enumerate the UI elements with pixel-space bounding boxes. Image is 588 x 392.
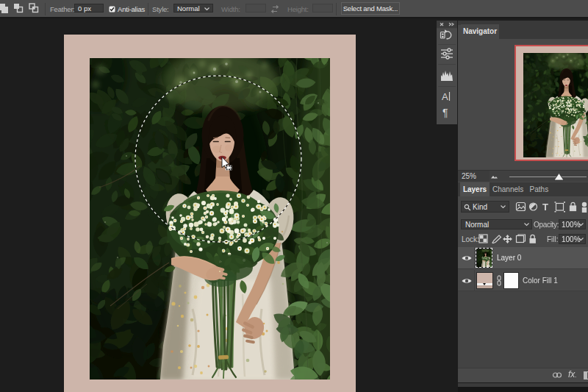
svg-text:T: T — [542, 202, 548, 213]
svg-text:¶: ¶ — [442, 107, 448, 118]
svg-text:A: A — [442, 91, 448, 102]
